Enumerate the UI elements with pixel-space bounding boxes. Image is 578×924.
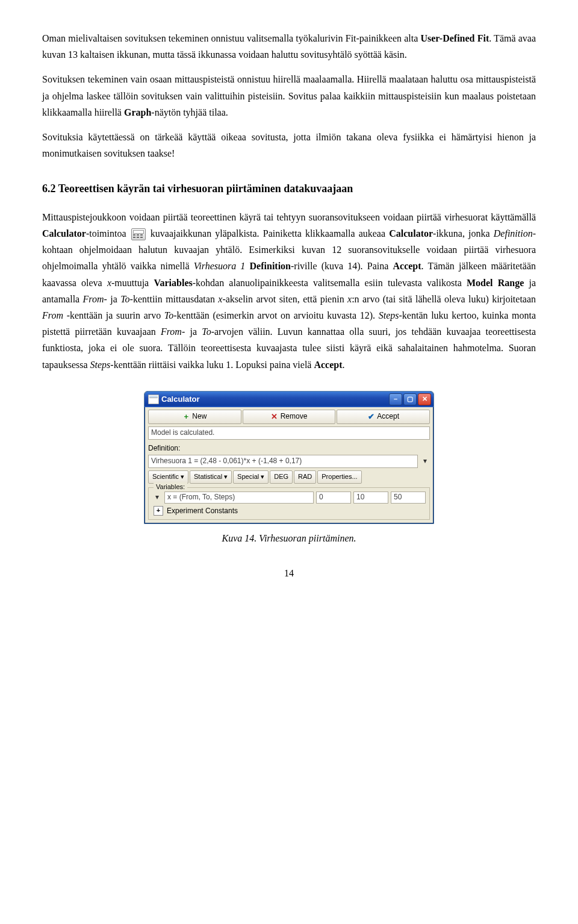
- cross-icon: ✕: [271, 411, 278, 422]
- maximize-button[interactable]: ▢: [403, 393, 417, 405]
- special-dropdown[interactable]: Special▾: [233, 470, 269, 484]
- chevron-down-icon: ▾: [224, 472, 228, 481]
- statistical-dropdown[interactable]: Statistical▾: [190, 470, 232, 484]
- section-heading: 6.2 Teoreettisen käyrän tai virhesuoran …: [42, 179, 536, 198]
- variables-legend: Variables:: [154, 482, 187, 492]
- variables-dropdown[interactable]: ▾: [152, 492, 162, 502]
- to-input[interactable]: 10: [353, 492, 388, 504]
- plus-icon: +: [182, 411, 190, 422]
- experiment-constants-label: Experiment Constants: [167, 506, 238, 516]
- titlebar[interactable]: Calculator – ▢ ✕: [144, 392, 434, 407]
- chevron-down-icon: ▾: [261, 472, 264, 481]
- status-box: Model is calculated.: [148, 426, 430, 440]
- accept-button[interactable]: ✔Accept: [337, 410, 430, 424]
- definition-input[interactable]: Virhesuora 1 = (2,48 - 0,061)*x + (-1,48…: [148, 455, 418, 468]
- expand-button[interactable]: +: [154, 506, 163, 516]
- paragraph-2: Sovituksen tekeminen vain osaan mittausp…: [42, 71, 536, 120]
- properties-button[interactable]: Properties...: [317, 470, 361, 484]
- calculator-icon: [131, 228, 146, 240]
- steps-input[interactable]: 50: [391, 492, 426, 504]
- calculator-window: Calculator – ▢ ✕ +New ✕Remove ✔Accept Mo…: [144, 391, 434, 525]
- toolbar: +New ✕Remove ✔Accept: [144, 407, 434, 425]
- paragraph-3: Sovituksia käytettäessä on tärkeää käytt…: [42, 129, 536, 161]
- calculator-app-icon: [148, 395, 159, 404]
- deg-button[interactable]: DEG: [270, 470, 293, 484]
- close-button[interactable]: ✕: [418, 393, 431, 405]
- new-button[interactable]: +New: [148, 410, 241, 424]
- check-icon: ✔: [367, 411, 374, 422]
- definition-dropdown[interactable]: ▾: [420, 456, 430, 466]
- rad-button[interactable]: RAD: [294, 470, 316, 484]
- scientific-dropdown[interactable]: Scientific▾: [148, 470, 188, 484]
- page-number: 14: [42, 565, 536, 581]
- figure-caption: Kuva 14. Virhesuoran piirtäminen.: [42, 530, 536, 546]
- from-input[interactable]: 0: [316, 492, 351, 504]
- definition-label: Definition:: [148, 442, 430, 455]
- variable-expression[interactable]: x = (From, To, Steps): [164, 492, 314, 504]
- paragraph-1: Oman mielivaltaisen sovituksen tekeminen…: [42, 30, 536, 63]
- minimize-button[interactable]: –: [389, 393, 402, 405]
- variables-fieldset: Variables: ▾ x = (From, To, Steps) 0 10 …: [148, 487, 430, 520]
- chevron-down-icon: ▾: [181, 472, 184, 481]
- paragraph-4: Mittauspistejoukkoon voidaan piirtää teo…: [42, 209, 536, 373]
- window-title: Calculator: [159, 394, 389, 405]
- remove-button[interactable]: ✕Remove: [243, 410, 336, 424]
